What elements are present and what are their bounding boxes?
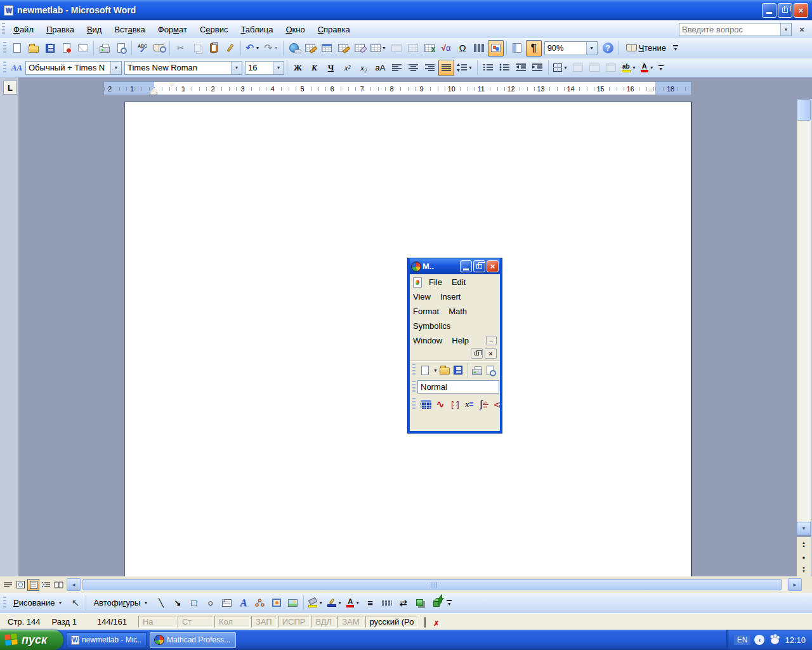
- status-overtype[interactable]: ЗАМ: [337, 616, 363, 628]
- numbered-list-button[interactable]: [480, 60, 496, 76]
- help-button[interactable]: ?: [600, 40, 616, 56]
- draw-table-button[interactable]: [336, 40, 351, 56]
- scroll-right-button[interactable]: ►: [788, 578, 802, 591]
- styles-pane-button[interactable]: АА: [9, 60, 25, 76]
- mathcad-save-button[interactable]: [452, 364, 464, 376]
- mathcad-print-preview-button[interactable]: [485, 364, 497, 376]
- start-button[interactable]: пуск: [0, 630, 63, 650]
- mathcad-print-button[interactable]: [471, 364, 483, 376]
- arrow-style-button[interactable]: ⇄: [395, 595, 411, 611]
- undo-button[interactable]: ↶▼: [244, 40, 261, 56]
- zoom-combo[interactable]: 90% ▼: [544, 41, 598, 55]
- diagram-button[interactable]: [252, 595, 268, 611]
- line-style-button[interactable]: ≡: [362, 595, 378, 611]
- mathcad-menu-file[interactable]: File: [429, 275, 442, 289]
- select-objects-button[interactable]: ↖: [67, 595, 83, 611]
- hide-icons-chevron[interactable]: ‹: [754, 635, 764, 645]
- mathcad-doc-minimize-button[interactable]: _: [486, 336, 497, 345]
- toolbar-options-chevron[interactable]: ▼: [671, 40, 680, 56]
- style-combo[interactable]: Обычный + Times N ▼: [25, 61, 122, 75]
- next-page-button[interactable]: ▼▼: [798, 565, 809, 576]
- print-layout-view-button[interactable]: [27, 579, 39, 591]
- outline-view-button[interactable]: [40, 579, 52, 591]
- insert-table-menu-button[interactable]: ▼: [369, 40, 388, 56]
- bulleted-list-button[interactable]: [497, 60, 513, 76]
- mathcad-style-combo[interactable]: Normal: [417, 380, 499, 394]
- taskbar-clock[interactable]: 12:10: [785, 635, 806, 645]
- vertical-scrollbar-track[interactable]: [797, 99, 811, 522]
- menu-item[interactable]: Вставка: [108, 22, 151, 37]
- reading-mode-button[interactable]: Чтение: [622, 40, 671, 56]
- format-painter-button[interactable]: [222, 40, 238, 56]
- subscript-button[interactable]: x₂: [356, 60, 372, 76]
- font-color-button[interactable]: A▼: [344, 595, 362, 611]
- status-record-mode[interactable]: ЗАП: [251, 616, 277, 628]
- mathcad-new-button[interactable]: [419, 364, 431, 376]
- menu-item[interactable]: Вид: [81, 22, 108, 37]
- paste-button[interactable]: [206, 40, 221, 56]
- boolean-palette-button[interactable]: <≥: [492, 397, 500, 411]
- italic-button[interactable]: К: [306, 60, 322, 76]
- toolbar-grip[interactable]: [3, 42, 6, 55]
- erase-table-button[interactable]: [352, 40, 368, 56]
- mathcad-menu-symbolics[interactable]: Symbolics: [413, 319, 450, 333]
- select-browse-object-button[interactable]: ●: [798, 552, 809, 563]
- align-center-button[interactable]: [405, 60, 421, 76]
- taskbar-button-mathcad[interactable]: Mathcad Profess...: [150, 632, 236, 648]
- evaluation-palette-button[interactable]: x=: [463, 397, 476, 411]
- graph-palette-button[interactable]: ∿: [434, 397, 447, 411]
- previous-page-button[interactable]: ▲▲: [798, 540, 809, 550]
- toolbar-grip[interactable]: [2, 23, 5, 36]
- mathcad-menu-insert[interactable]: Insert: [440, 289, 461, 304]
- wordart-button[interactable]: A: [235, 595, 251, 611]
- font-color-button[interactable]: А▼: [639, 60, 656, 76]
- clip-art-button[interactable]: [268, 595, 284, 611]
- font-dropdown[interactable]: ▼: [231, 62, 242, 74]
- chevron-down-icon[interactable]: ▼: [433, 368, 438, 373]
- dash-style-button[interactable]: [379, 595, 395, 611]
- line-button[interactable]: ╲: [153, 595, 169, 611]
- mathcad-doc-close-button[interactable]: ×: [485, 348, 497, 359]
- toolbar-grip[interactable]: [3, 62, 6, 74]
- horizontal-scrollbar-thumb[interactable]: [82, 579, 782, 590]
- borders-button[interactable]: ▼: [551, 60, 570, 76]
- line-color-button[interactable]: ▼: [325, 595, 344, 611]
- new-document-button[interactable]: [9, 40, 25, 56]
- mathcad-maximize-button[interactable]: [473, 260, 485, 272]
- rectangle-button[interactable]: □: [186, 595, 202, 611]
- show-formatting-marks-button[interactable]: ¶: [526, 40, 542, 56]
- menu-item[interactable]: Окно: [279, 22, 311, 37]
- mathcad-minimize-button[interactable]: [460, 260, 472, 272]
- toolbar-options-chevron[interactable]: ▼: [445, 595, 454, 611]
- align-right-button[interactable]: [422, 60, 438, 76]
- mathcad-menu-help[interactable]: Help: [452, 333, 469, 348]
- mathcad-doc-restore-button[interactable]: [471, 348, 483, 359]
- save-button[interactable]: [42, 40, 58, 56]
- print-button[interactable]: [96, 40, 112, 56]
- tab-selector[interactable]: L: [3, 81, 17, 95]
- vertical-scrollbar-thumb[interactable]: [797, 99, 811, 121]
- equation-editor-button[interactable]: √α: [438, 40, 454, 56]
- toolbar-grip[interactable]: [3, 597, 6, 609]
- spelling-button[interactable]: ABC✓: [134, 40, 150, 56]
- print-preview-button[interactable]: [113, 40, 129, 56]
- mathcad-menu-format[interactable]: Format: [413, 304, 439, 319]
- left-indent-marker[interactable]: [150, 92, 157, 95]
- mathcad-menu-window[interactable]: Window: [413, 333, 442, 348]
- underline-button[interactable]: Ч: [323, 60, 339, 76]
- restore-button[interactable]: [778, 3, 792, 18]
- status-language[interactable]: русский (Ро: [365, 616, 419, 628]
- toolbar-grip[interactable]: [412, 381, 416, 394]
- menu-item[interactable]: Справка: [311, 22, 357, 37]
- toolbar-grip[interactable]: [412, 364, 416, 376]
- fill-color-button[interactable]: ▼: [306, 595, 325, 611]
- justify-button[interactable]: [438, 60, 454, 76]
- status-track-changes[interactable]: ИСПР: [278, 616, 310, 628]
- autoshapes-menu-button[interactable]: Автофигуры ▼: [89, 595, 152, 611]
- toolbar-options-chevron[interactable]: ▼: [657, 60, 665, 76]
- superscript-button[interactable]: x²: [339, 60, 355, 76]
- mathcad-window[interactable]: M.. × File Edit View Insert Format Math: [408, 258, 502, 433]
- 3d-style-button[interactable]: [428, 595, 444, 611]
- menu-item[interactable]: Сервис: [193, 22, 235, 37]
- reading-layout-view-button[interactable]: [53, 579, 65, 591]
